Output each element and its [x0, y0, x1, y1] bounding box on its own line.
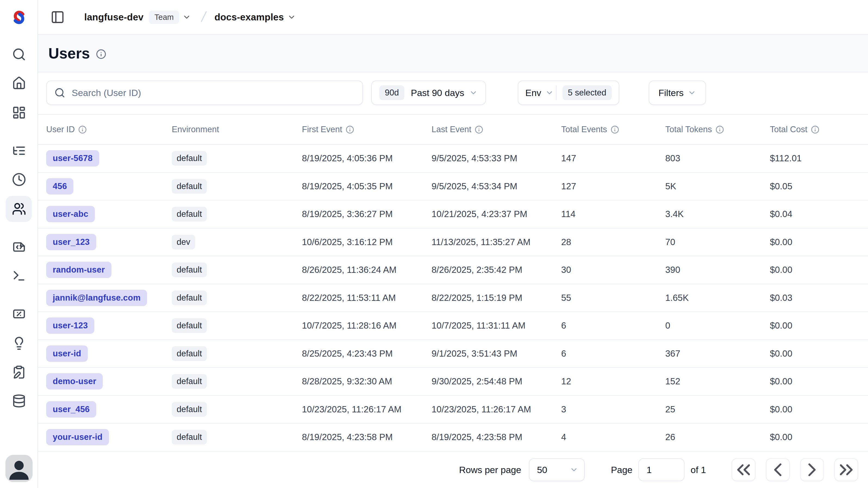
- first-page-button[interactable]: [732, 458, 755, 481]
- column-header-label: Last Event: [432, 124, 471, 134]
- chevron-down-icon: [287, 13, 296, 22]
- langfuse-logo-icon[interactable]: [9, 7, 29, 28]
- total-events-cell: 127: [561, 181, 576, 191]
- page-group: Page of 1: [611, 458, 706, 481]
- project-switcher-chevron-icon[interactable]: [287, 13, 296, 22]
- page-count-label: of 1: [690, 465, 706, 475]
- table-row: demo-userdefault8/28/2025, 9:32:30 AM9/3…: [38, 368, 868, 396]
- user-id-badge[interactable]: jannik@langfuse.com: [46, 290, 147, 306]
- column-header-total-events[interactable]: Total Events: [561, 124, 665, 134]
- user-id-badge[interactable]: 456: [46, 178, 73, 195]
- total-cost-cell: $112.01: [770, 153, 802, 163]
- filters-button[interactable]: Filters: [649, 81, 706, 105]
- last-page-button[interactable]: [834, 458, 858, 481]
- org-name[interactable]: langfuse-dev: [84, 12, 144, 23]
- search-input[interactable]: [72, 88, 355, 98]
- total-events-cell: 12: [561, 376, 571, 386]
- table-row: user-abcdefault8/19/2025, 3:36:27 PM10/2…: [38, 200, 868, 229]
- total-tokens-cell: 25: [665, 404, 675, 414]
- user-avatar[interactable]: [5, 455, 33, 482]
- previous-page-button[interactable]: [766, 458, 790, 481]
- user-id-badge[interactable]: user_123: [46, 234, 96, 250]
- table-row: jannik@langfuse.comdefault8/22/2025, 11:…: [38, 284, 868, 312]
- page-title: Users: [49, 45, 90, 62]
- environment-badge: default: [172, 346, 207, 361]
- user-id-badge[interactable]: demo-user: [46, 373, 103, 390]
- column-header-label: Total Events: [561, 124, 607, 134]
- total-cost-cell: $0.03: [770, 293, 793, 303]
- total-events-cell: 114: [561, 209, 576, 219]
- sidebar-item-playground[interactable]: [12, 269, 26, 283]
- user-id-badge[interactable]: user-abc: [46, 206, 95, 222]
- column-header-label: Environment: [172, 124, 219, 134]
- user-id-badge[interactable]: user-123: [46, 317, 94, 334]
- sidebar-item-dashboards[interactable]: [12, 106, 26, 120]
- sidebar-item-datasets[interactable]: [12, 394, 26, 408]
- sidebar-item-home[interactable]: [12, 76, 26, 90]
- sidebar-item-insights[interactable]: [12, 336, 26, 350]
- last-event-cell: 11/13/2025, 11:35:27 AM: [432, 237, 530, 247]
- last-event-cell: 8/22/2025, 1:15:19 PM: [432, 293, 522, 303]
- last-event-cell: 9/5/2025, 4:53:34 PM: [432, 181, 518, 191]
- sidebar-item-users[interactable]: [12, 202, 26, 216]
- project-name[interactable]: docs-examples: [214, 12, 284, 23]
- user-id-badge[interactable]: user-id: [46, 345, 88, 362]
- chevron-left-icon: [766, 459, 789, 481]
- environment-badge: dev: [172, 235, 195, 250]
- sidebar-item-tracing[interactable]: [12, 144, 26, 158]
- chevron-down-icon: [687, 88, 696, 97]
- sidebar-item-prompts[interactable]: [12, 240, 26, 254]
- column-header-first-event[interactable]: First Event: [302, 124, 432, 134]
- sidebar-item-evaluation[interactable]: [12, 307, 26, 321]
- first-event-cell: 8/19/2025, 4:05:35 PM: [302, 181, 393, 191]
- first-event-cell: 10/7/2025, 11:28:16 AM: [302, 320, 397, 331]
- total-tokens-cell: 152: [665, 376, 680, 386]
- divider: [556, 85, 557, 100]
- date-range-shortcut-badge: 90d: [379, 85, 404, 100]
- total-cost-cell: $0.00: [770, 376, 793, 386]
- search-box[interactable]: [46, 81, 363, 105]
- table-row: user-123default10/7/2025, 11:28:16 AM10/…: [38, 312, 868, 340]
- total-events-cell: 6: [561, 348, 566, 358]
- first-event-cell: 10/23/2025, 11:26:17 AM: [302, 404, 401, 414]
- column-header-label: Total Tokens: [665, 124, 712, 134]
- search-icon: [12, 47, 26, 61]
- clipboard-pen-icon: [12, 365, 26, 379]
- column-header-total-tokens[interactable]: Total Tokens: [665, 124, 770, 134]
- sidebar-toggle-button[interactable]: [51, 10, 65, 24]
- next-page-button[interactable]: [800, 458, 824, 481]
- column-header-last-event[interactable]: Last Event: [432, 124, 561, 134]
- search-icon: [54, 87, 65, 98]
- environment-filter-button[interactable]: Env 5 selected: [518, 81, 619, 105]
- rows-per-page-value: 50: [537, 465, 547, 475]
- first-event-cell: 8/26/2025, 11:36:24 AM: [302, 265, 397, 275]
- column-header-total-cost[interactable]: Total Cost: [770, 124, 857, 134]
- user-id-badge[interactable]: user-5678: [46, 150, 99, 167]
- chevron-down-icon: [545, 88, 554, 97]
- page-title-info-icon[interactable]: [96, 49, 106, 59]
- user-id-badge[interactable]: random-user: [46, 262, 112, 278]
- total-cost-cell: $0.00: [770, 320, 793, 331]
- sidebar-item-annotation[interactable]: [12, 365, 26, 379]
- page-number-input[interactable]: [638, 458, 685, 481]
- clock-icon: [12, 172, 26, 186]
- square-percent-icon: [12, 307, 26, 321]
- sidebar-item-search[interactable]: [12, 47, 26, 61]
- total-cost-cell: $0.00: [770, 348, 793, 358]
- date-range-button[interactable]: 90d Past 90 days: [371, 81, 486, 105]
- user-id-badge[interactable]: your-user-id: [46, 429, 109, 445]
- environment-badge: default: [172, 290, 207, 305]
- user-id-badge[interactable]: user_456: [46, 401, 96, 418]
- last-event-cell: 10/21/2025, 4:23:37 PM: [432, 209, 527, 219]
- column-header-environment[interactable]: Environment: [172, 124, 302, 134]
- info-icon: [346, 125, 354, 134]
- total-events-cell: 147: [561, 153, 576, 163]
- table-row: 456default8/19/2025, 4:05:35 PM9/5/2025,…: [38, 173, 868, 201]
- column-header-user-id[interactable]: User ID: [46, 124, 172, 134]
- rows-per-page-select[interactable]: 50: [529, 458, 585, 481]
- total-events-cell: 4: [561, 432, 566, 442]
- sidebar-item-sessions[interactable]: [12, 172, 26, 186]
- last-event-cell: 9/30/2025, 2:54:48 PM: [432, 376, 522, 386]
- table-row: user-iddefault8/25/2025, 4:23:43 PM9/1/2…: [38, 340, 868, 368]
- org-switcher-chevron-icon[interactable]: [182, 13, 191, 22]
